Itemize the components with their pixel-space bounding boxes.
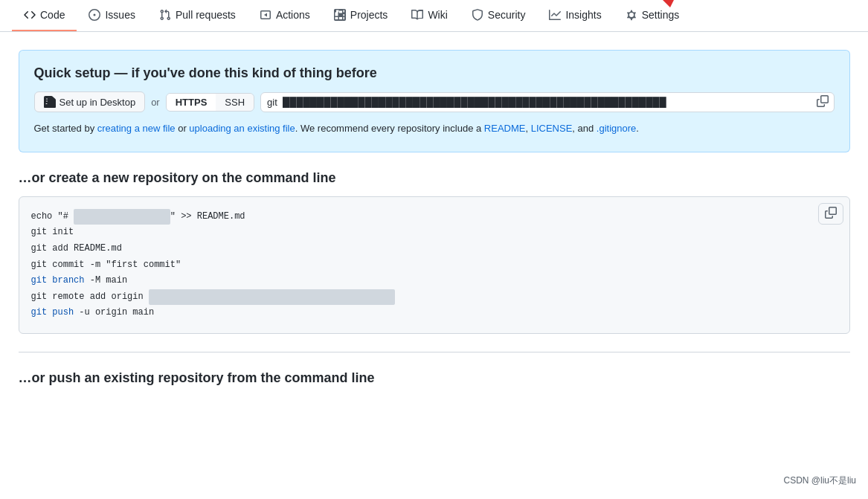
ssh-tab[interactable]: SSH	[216, 94, 254, 111]
readme-link[interactable]: README	[484, 123, 526, 134]
code-line: git branch -M main	[31, 273, 838, 289]
code-line: git init	[31, 225, 838, 241]
copy-url-button[interactable]	[815, 94, 830, 111]
setup-desktop-button[interactable]: Set up in Desktop	[34, 91, 146, 112]
or-text: or	[151, 97, 160, 108]
nav-item-pull-requests[interactable]: Pull requests	[147, 0, 248, 31]
nav-item-wiki[interactable]: Wiki	[399, 0, 459, 31]
nav-label-projects: Projects	[350, 9, 388, 21]
gear-icon	[626, 9, 637, 21]
nav-item-settings[interactable]: Settings	[614, 0, 692, 31]
desktop-icon	[44, 96, 56, 108]
nav-item-actions[interactable]: Actions	[248, 0, 322, 31]
nav-label-wiki: Wiki	[428, 9, 447, 21]
nav-item-code[interactable]: Code	[12, 0, 77, 31]
table-icon	[334, 9, 346, 21]
url-bar-row: Set up in Desktop or HTTPS SSH	[34, 91, 835, 112]
creating-file-link[interactable]: creating a new file	[97, 123, 176, 134]
quick-setup-description: Get started by creating a new file or up…	[34, 121, 835, 137]
git-merge-icon	[159, 9, 171, 21]
code-line: git commit -m "first commit"	[31, 257, 838, 274]
url-input[interactable]	[260, 92, 834, 112]
blurred-origin-url	[149, 289, 395, 306]
gitignore-link[interactable]: .gitignore	[597, 123, 636, 134]
circle-dot-icon	[89, 9, 100, 21]
copy-code-1-button[interactable]	[818, 203, 843, 225]
nav-label-settings: Settings	[642, 9, 680, 21]
code-line: git remote add origin	[31, 289, 838, 306]
copy-code-icon	[825, 207, 837, 219]
uploading-file-link[interactable]: uploading an existing file	[189, 123, 295, 134]
section-divider	[19, 352, 850, 352]
repo-nav: Code Issues Pull requests Actions Projec…	[0, 0, 868, 32]
https-tab[interactable]: HTTPS	[167, 94, 216, 111]
nav-item-security[interactable]: Security	[460, 0, 538, 31]
nav-label-code: Code	[40, 9, 65, 21]
graph-icon	[549, 9, 561, 21]
cmd-section2-title: …or push an existing repository from the…	[19, 370, 850, 386]
shield-icon	[472, 9, 483, 21]
code-line: git push -u origin main	[31, 305, 838, 321]
proto-tabs: HTTPS SSH	[166, 93, 254, 112]
code-line: git add README.md	[31, 241, 838, 257]
play-circle-icon	[260, 9, 271, 21]
blurred-repo-name	[74, 209, 170, 225]
nav-label-pull-requests: Pull requests	[176, 9, 236, 21]
nav-item-projects[interactable]: Projects	[322, 0, 400, 31]
cmd-section1-title: …or create a new repository on the comma…	[19, 170, 850, 186]
nav-label-insights: Insights	[565, 9, 601, 21]
book-open-icon	[411, 9, 423, 21]
nav-label-issues: Issues	[105, 9, 135, 21]
code-icon	[24, 9, 36, 21]
nav-item-issues[interactable]: Issues	[77, 0, 147, 31]
nav-label-security: Security	[488, 9, 526, 21]
quick-setup-title: Quick setup — if you've done this kind o…	[34, 65, 835, 81]
code-section-1: echo "# " >> README.md git init git add …	[19, 196, 850, 334]
setup-desktop-label: Set up in Desktop	[60, 97, 136, 108]
code-line: echo "# " >> README.md	[31, 209, 838, 225]
code-content-1: echo "# " >> README.md git init git add …	[31, 209, 838, 321]
main-content: Quick setup — if you've done this kind o…	[7, 32, 862, 414]
copy-icon	[817, 95, 829, 107]
quick-setup-box: Quick setup — if you've done this kind o…	[19, 50, 850, 152]
license-link[interactable]: LICENSE	[531, 123, 573, 134]
url-input-container	[260, 92, 834, 112]
nav-label-actions: Actions	[276, 9, 310, 21]
nav-item-insights[interactable]: Insights	[537, 0, 613, 31]
